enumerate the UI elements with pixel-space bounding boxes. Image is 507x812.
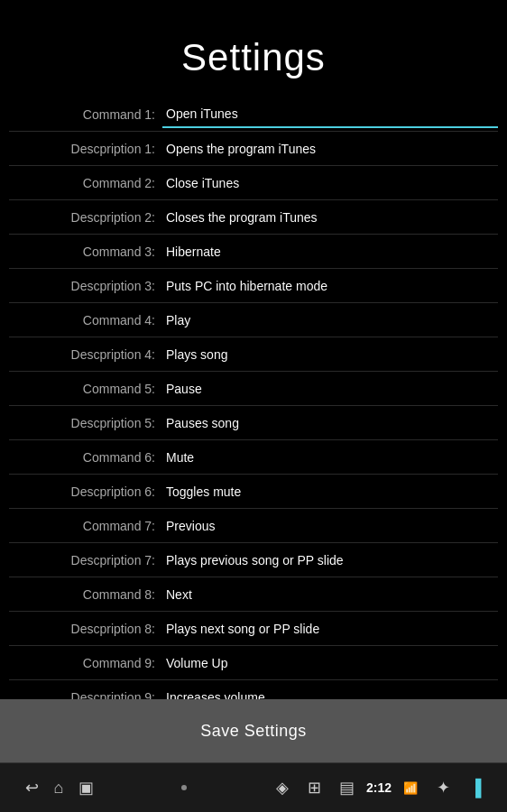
settings-row: Command 8:Next <box>9 577 498 612</box>
row-value: Pauses song <box>162 411 498 436</box>
row-label: Descpription 2: <box>9 210 162 225</box>
settings-row: Descpription 6:Toggles mute <box>9 475 498 509</box>
row-value: Hibernate <box>162 239 498 264</box>
row-label: Descpription 3: <box>9 279 162 293</box>
save-bar: Save Settings <box>0 699 507 762</box>
row-label: Descpription 9: <box>9 690 162 700</box>
settings-row: Command 1:Open iTunes <box>9 97 498 132</box>
row-value: Play <box>162 308 498 333</box>
settings-row: Command 7:Previous <box>9 509 498 543</box>
row-value: Volume Up <box>162 651 498 676</box>
row-value: Toggles mute <box>162 479 498 504</box>
status-icons: ◈ ⊞ ▤ 2:12 📶 ✦ ▐ <box>269 774 489 801</box>
gallery-icon: ⊞ <box>301 774 328 801</box>
home-icon <box>54 779 64 798</box>
settings-row: Descpription 3:Puts PC into hibernate mo… <box>9 269 498 303</box>
settings-list: Command 1:Open iTunesDescpription 1:Open… <box>0 97 507 699</box>
content-area: Settings Command 1:Open iTunesDescpripti… <box>0 0 507 699</box>
row-label: Command 3: <box>9 245 162 259</box>
wifi-icon: 📶 <box>397 774 424 801</box>
row-value: Previous <box>162 513 498 539</box>
settings-row: Command 4:Play <box>9 303 498 337</box>
nav-dot <box>181 785 187 790</box>
settings-row: Descpription 4:Plays song <box>9 337 498 372</box>
row-input[interactable]: Open iTunes <box>162 101 498 128</box>
settings-row: Command 5:Pause <box>9 372 498 406</box>
back-icon <box>25 778 39 798</box>
row-label: Descpription 4: <box>9 347 162 362</box>
row-label: Command 2: <box>9 176 162 190</box>
save-settings-button[interactable]: Save Settings <box>200 722 307 741</box>
row-label: Command 9: <box>9 656 162 670</box>
battery-icon: ▐ <box>462 774 489 801</box>
row-label: Command 7: <box>9 519 162 533</box>
row-value: Puts PC into hibernate mode <box>162 273 498 299</box>
row-value: Pause <box>162 376 498 401</box>
row-value: Close iTunes <box>162 171 498 196</box>
settings-row: Descpription 5:Pauses song <box>9 406 498 440</box>
settings-row: Descpription 1:Opens the program iTunes <box>9 132 498 166</box>
settings-row: Descpription 9:Increases volume <box>9 680 498 699</box>
recents-button[interactable] <box>72 774 99 801</box>
row-label: Command 1: <box>9 107 162 122</box>
settings-row: Descpription 8:Plays next song or PP sli… <box>9 612 498 646</box>
back-button[interactable] <box>18 774 45 801</box>
settings-row: Command 2:Close iTunes <box>9 166 498 200</box>
row-label: Descpription 7: <box>9 553 162 567</box>
row-label: Command 4: <box>9 313 162 328</box>
row-label: Command 8: <box>9 587 162 602</box>
settings-row: Command 6:Mute <box>9 440 498 475</box>
row-label: Descpription 5: <box>9 416 162 430</box>
row-value: Plays song <box>162 342 498 367</box>
settings-row: Command 9:Volume Up <box>9 646 498 680</box>
nav-dots <box>99 785 269 790</box>
row-label: Descpription 8: <box>9 622 162 636</box>
row-value: Next <box>162 582 498 607</box>
row-value: Plays previous song or PP slide <box>162 548 498 573</box>
settings-row: Descpription 2:Closes the program iTunes <box>9 200 498 235</box>
screen-icon: ▤ <box>334 774 361 801</box>
page-title: Settings <box>0 9 507 97</box>
row-label: Descpription 6: <box>9 484 162 499</box>
row-value: Plays next song or PP slide <box>162 616 498 641</box>
row-value: Closes the program iTunes <box>162 205 498 230</box>
bluetooth-icon: ✦ <box>429 774 456 801</box>
row-value: Opens the program iTunes <box>162 136 498 161</box>
row-label: Command 5: <box>9 382 162 396</box>
row-label: Command 6: <box>9 450 162 465</box>
row-value: Increases volume <box>162 685 498 700</box>
navigation-bar: ◈ ⊞ ▤ 2:12 📶 ✦ ▐ <box>0 762 507 812</box>
settings-row: Command 3:Hibernate <box>9 235 498 269</box>
home-button[interactable] <box>45 774 72 801</box>
dropbox-icon: ◈ <box>269 774 296 801</box>
settings-row: Descpription 7:Plays previous song or PP… <box>9 543 498 577</box>
row-value: Mute <box>162 445 498 470</box>
screen: Settings Command 1:Open iTunesDescpripti… <box>0 0 507 812</box>
time-display: 2:12 <box>366 780 392 795</box>
row-label: Descpription 1: <box>9 142 162 156</box>
recents-icon <box>78 778 94 798</box>
